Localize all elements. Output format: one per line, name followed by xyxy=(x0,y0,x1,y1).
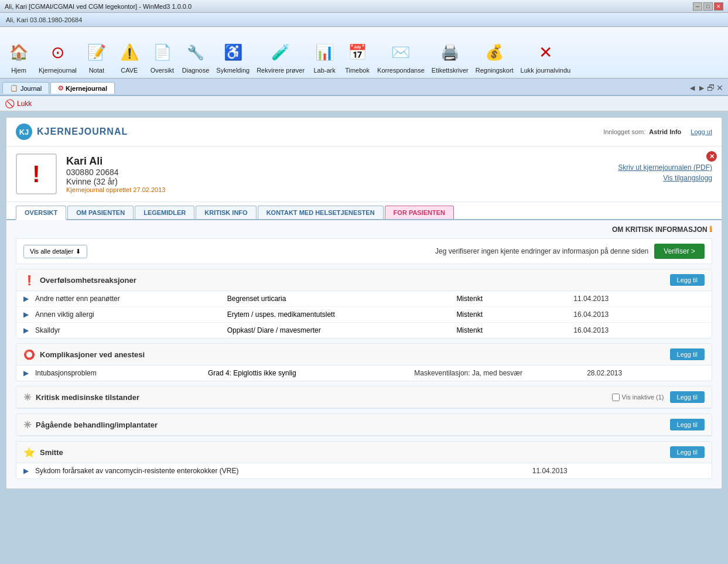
tool-hjem[interactable]: 🏠 Hjem xyxy=(4,39,34,76)
kj-header: KJ KJERNEJOURNAL Innlogget som: Astrid I… xyxy=(6,118,722,146)
vis-inaktive-label[interactable]: Vis inaktive (1) xyxy=(612,394,664,401)
tab-nav: ◄ ► 🗗 ✕ xyxy=(688,83,726,93)
section-overfølsomhet: ❗ Overfølsomhetsreaksjoner Legg til ▶ An… xyxy=(16,269,712,339)
date: 28.02.2013 xyxy=(587,369,705,377)
legg-til-komplikasjoner-button[interactable]: Legg til xyxy=(670,348,705,360)
tool-diagnose[interactable]: 🔧 Diagnose xyxy=(180,39,211,76)
patient-tab-bar: Ali, Kari 03.08.1980-20684 xyxy=(0,13,728,27)
tool-oversikt[interactable]: 📄 Oversikt xyxy=(147,39,177,76)
cave-label: CAVE xyxy=(121,67,138,74)
lukk-label[interactable]: Lukk xyxy=(17,100,32,108)
verify-area: Jeg verifiserer ingen kjente endringer a… xyxy=(435,244,705,259)
patient-created: Kjernejournal opprettet 27.02.2013 xyxy=(66,186,609,193)
patient-actions: Skriv ut kjernejournalen (PDF) Vis tilga… xyxy=(618,163,712,184)
date: 11.04.2013 xyxy=(573,295,705,303)
vis-inaktive-checkbox[interactable] xyxy=(612,394,620,401)
expand-arrow[interactable]: ▶ xyxy=(23,326,30,334)
toolbar: 🏠 Hjem ⊙ Kjernejournal 📝 Notat ⚠️ CAVE 📄… xyxy=(0,27,728,78)
nav-tab-kritisk-info[interactable]: KRITISK INFO xyxy=(196,206,256,219)
tool-sykmelding[interactable]: ♿ Sykmelding xyxy=(214,39,252,76)
rekvirere-icon: 🧪 xyxy=(268,40,293,66)
sykmelding-icon: ♿ xyxy=(220,40,246,66)
kj-tab-icon: ⊙ xyxy=(58,84,63,92)
notat-label: Notat xyxy=(89,67,104,74)
access-log-link[interactable]: Vis tilgangslogg xyxy=(618,174,712,182)
patient-id: 030880 20684 xyxy=(66,168,609,177)
tab-nav-restore[interactable]: 🗗 xyxy=(707,83,715,93)
verifiser-button[interactable]: Verifiser > xyxy=(654,244,705,259)
tool-rekvirere[interactable]: 🧪 Rekvirere prøver xyxy=(254,39,307,76)
login-user: Astrid Info xyxy=(649,128,681,135)
tool-lukk[interactable]: ✕ Lukk journalvindu xyxy=(518,39,573,76)
expand-arrow[interactable]: ▶ xyxy=(23,310,30,319)
kj-logo: KJ KJERNEJOURNAL xyxy=(16,124,128,140)
tool-cave[interactable]: ⚠️ CAVE xyxy=(114,39,145,76)
allergen-name: Skalldyr xyxy=(35,326,223,334)
tab-journal[interactable]: 📋 Journal xyxy=(2,82,49,94)
cave-icon: ⚠️ xyxy=(117,40,142,66)
minimize-button[interactable]: ─ xyxy=(693,2,702,11)
verify-bar: Vis alle detaljer ⬇ Jeg verifiserer inge… xyxy=(16,238,712,264)
info-icon: ℹ xyxy=(709,225,712,234)
section-header-overfølsomhet: ❗ Overfølsomhetsreaksjoner Legg til xyxy=(16,269,712,291)
hjem-icon: 🏠 xyxy=(6,40,32,66)
legg-til-smitte-button[interactable]: Legg til xyxy=(670,446,705,458)
reaction: Grad 4: Epiglottis ikke synlig xyxy=(208,369,409,377)
vis-alle-detaljer-button[interactable]: Vis alle detaljer ⬇ xyxy=(23,245,87,258)
lukk-journal-label: Lukk journalvindu xyxy=(521,67,571,74)
close-window-button[interactable]: ✕ xyxy=(714,2,723,11)
nav-tab-legemidler[interactable]: LEGEMIDLER xyxy=(135,206,194,219)
expand-arrow[interactable]: ▶ xyxy=(23,369,30,377)
korrespondanse-icon: ✉️ xyxy=(388,40,413,66)
expand-arrow[interactable]: ▶ xyxy=(23,295,30,303)
table-row: ▶ Intubasjonsproblem Grad 4: Epiglottis … xyxy=(16,365,712,381)
section-title-smitte: ⭐ Smitte xyxy=(23,447,63,458)
tool-etikettskriver[interactable]: 🖨️ Etikettskriver xyxy=(429,39,471,76)
patient-details: Kari Ali 030880 20684 Kvinne (32 år) Kje… xyxy=(66,155,609,193)
status: Mistenkt xyxy=(456,326,569,334)
om-kritisk-bar: OM KRITISK INFORMASJON ℹ xyxy=(16,225,712,234)
logout-link[interactable]: Logg ut xyxy=(691,128,712,135)
print-pdf-link[interactable]: Skriv ut kjernejournalen (PDF) xyxy=(618,163,712,172)
kj-tab-label: Kjernejournal xyxy=(66,85,107,92)
patient-info-section: ! Kari Ali 030880 20684 Kvinne (32 år) K… xyxy=(6,146,722,202)
warning-icon-red: ❗ xyxy=(23,275,35,286)
tool-notat[interactable]: 📝 Notat xyxy=(81,39,112,76)
patient-logo-text: ! xyxy=(32,161,40,187)
kjernejournal-label: Kjernejournal xyxy=(39,67,77,74)
allergen-name: Andre nøtter enn peanøtter xyxy=(35,295,223,303)
lukk-journal-icon: ✕ xyxy=(532,40,558,66)
legg-til-kritisk-button[interactable]: Legg til xyxy=(670,391,705,403)
kjernejournal-panel: KJ KJERNEJOURNAL Innlogget som: Astrid I… xyxy=(6,117,722,489)
nav-tab-om-pasienten[interactable]: OM PASIENTEN xyxy=(67,206,134,219)
tool-regningskort[interactable]: 💰 Regningskort xyxy=(473,39,516,76)
nav-tab-kontakt[interactable]: KONTAKT MED HELSETJENESTEN xyxy=(258,206,384,219)
tab-nav-right[interactable]: ► xyxy=(698,83,706,93)
close-kj-button[interactable]: ✕ xyxy=(706,151,717,162)
notat-icon: 📝 xyxy=(84,40,110,66)
reaction: Erytem / uspes. medikamentutslett xyxy=(227,310,452,319)
tool-kjernejournal[interactable]: ⊙ Kjernejournal xyxy=(36,39,79,76)
labark-icon: 📊 xyxy=(312,40,337,66)
nav-tab-oversikt[interactable]: OVERSIKT xyxy=(16,206,66,220)
kj-title: KJERNEJOURNAL xyxy=(37,127,128,137)
tab-nav-close[interactable]: ✕ xyxy=(716,83,723,93)
labark-label: Lab-ark xyxy=(313,67,335,74)
table-row: ▶ Skalldyr Oppkast/ Diare / mavesmerter … xyxy=(16,323,712,338)
tool-labark[interactable]: 📊 Lab-ark xyxy=(309,39,340,76)
restore-button[interactable]: □ xyxy=(703,2,713,11)
patient-gender: Kvinne (32 år) xyxy=(66,177,609,186)
tool-timebok[interactable]: 📅 Timebok xyxy=(342,39,372,76)
legg-til-overfølsomhet-button[interactable]: Legg til xyxy=(670,274,705,286)
snowflake-icon-2: ✳ xyxy=(23,419,31,430)
nav-tab-for-pasienten[interactable]: FOR PASIENTEN xyxy=(385,206,454,219)
expand-arrow[interactable]: ▶ xyxy=(23,467,30,475)
legg-til-pagaende-button[interactable]: Legg til xyxy=(670,419,705,430)
tool-korrespondanse[interactable]: ✉️ Korrespondanse xyxy=(375,39,427,76)
etikettskriver-icon: 🖨️ xyxy=(437,40,463,66)
tab-nav-left[interactable]: ◄ xyxy=(688,83,696,93)
oversikt-label: Oversikt xyxy=(151,67,174,74)
section-header-komplikasjoner: ⭕ Komplikasjoner ved anestesi Legg til xyxy=(16,344,712,365)
tab-kjernejournal[interactable]: ⊙ Kjernejournal xyxy=(50,82,115,94)
kritisk-actions: Vis inaktive (1) Legg til xyxy=(612,391,705,403)
